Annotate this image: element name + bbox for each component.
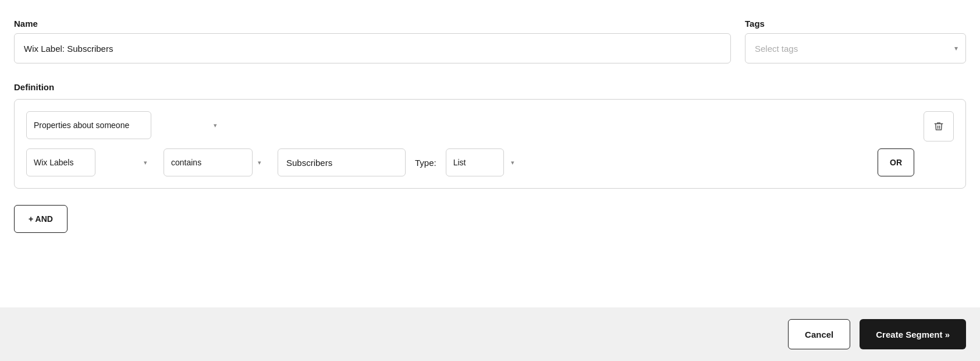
type-dropdown-wrapper[interactable]: List Text Number ▾ <box>446 148 521 176</box>
definition-row-1: Properties about someone Properties abou… <box>26 111 914 139</box>
create-segment-button[interactable]: Create Segment » <box>860 319 966 349</box>
delete-button[interactable] <box>924 111 954 141</box>
tags-select-wrapper[interactable]: Select tags ▾ <box>745 33 966 63</box>
wix-labels-select[interactable]: Wix Labels Email Phone <box>26 148 95 176</box>
properties-dropdown-wrapper[interactable]: Properties about someone Properties abou… <box>26 111 224 139</box>
value-input[interactable] <box>278 148 406 176</box>
type-select[interactable]: List Text Number <box>446 148 504 176</box>
or-button[interactable]: OR <box>878 148 914 176</box>
type-chevron-icon: ▾ <box>511 159 514 167</box>
and-button[interactable]: + AND <box>14 205 68 233</box>
name-field-group: Name <box>14 19 731 63</box>
definition-section: Definition Properties about someone Prop… <box>14 82 966 189</box>
tags-field-group: Tags Select tags ▾ <box>745 19 966 63</box>
tags-label: Tags <box>745 19 966 29</box>
definition-row-2: Wix Labels Email Phone ▾ contains does n… <box>26 148 914 176</box>
tags-select[interactable]: Select tags <box>745 33 966 63</box>
wix-labels-dropdown-wrapper[interactable]: Wix Labels Email Phone ▾ <box>26 148 154 176</box>
definition-label: Definition <box>14 82 966 92</box>
contains-dropdown-wrapper[interactable]: contains does not contain is is not ▾ <box>164 148 268 176</box>
trash-icon <box>933 121 944 132</box>
properties-select[interactable]: Properties about someone Properties abou… <box>26 111 151 139</box>
definition-inner: Properties about someone Properties abou… <box>26 111 914 176</box>
contains-select[interactable]: contains does not contain is is not <box>164 148 253 176</box>
name-input[interactable] <box>14 33 731 63</box>
definition-flex: Properties about someone Properties abou… <box>26 111 954 176</box>
name-label: Name <box>14 19 731 29</box>
definition-box: Properties about someone Properties abou… <box>14 99 966 189</box>
footer: Cancel Create Segment » <box>0 307 980 361</box>
type-label: Type: <box>415 158 436 168</box>
properties-chevron-icon: ▾ <box>214 122 217 129</box>
cancel-button[interactable]: Cancel <box>788 319 850 349</box>
contains-chevron-icon: ▾ <box>258 159 261 167</box>
wix-labels-chevron-icon: ▾ <box>144 159 147 167</box>
